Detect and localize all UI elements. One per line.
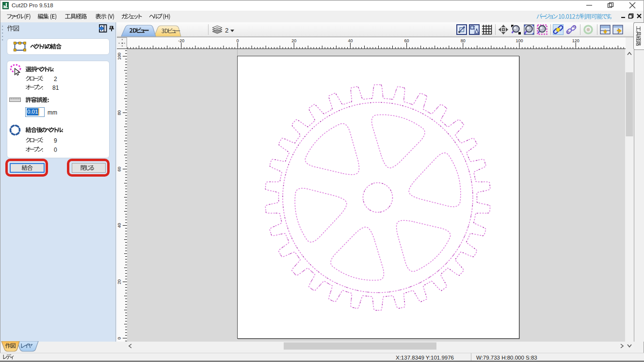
- svg-text:100: 100: [515, 38, 523, 43]
- svg-text:40: 40: [348, 38, 353, 43]
- svg-text:80: 80: [117, 110, 122, 115]
- svg-text:60: 60: [404, 38, 409, 43]
- svg-text:0: 0: [117, 337, 122, 339]
- svg-text:0: 0: [236, 38, 239, 43]
- svg-text:60: 60: [117, 166, 122, 171]
- svg-text:40: 40: [117, 223, 122, 228]
- svg-text:-20: -20: [178, 38, 184, 43]
- svg-text:20: 20: [117, 280, 122, 284]
- svg-text:80: 80: [461, 38, 466, 43]
- svg-text:100: 100: [117, 52, 122, 60]
- svg-text:120: 120: [572, 38, 580, 43]
- svg-text:20: 20: [291, 38, 296, 43]
